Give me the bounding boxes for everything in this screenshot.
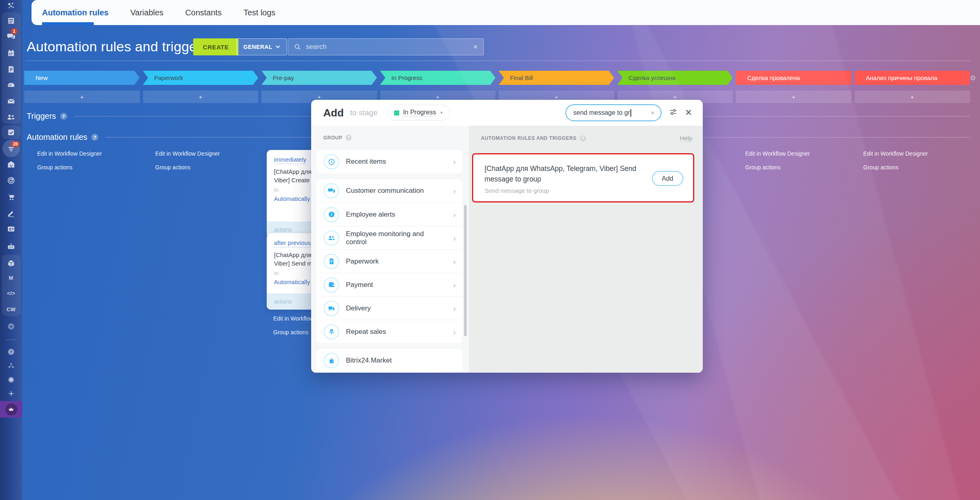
marketing-target-icon[interactable] (0, 175, 22, 185)
crm-funnel-icon[interactable]: 28 (0, 144, 22, 154)
chevron-right-icon: › (453, 281, 456, 289)
add-rule-plus-button[interactable]: + (143, 91, 259, 103)
bitrix24-logo-icon[interactable] (0, 1, 22, 11)
pipeline-selector-button[interactable]: GENERAL (236, 38, 287, 55)
cw-app-icon[interactable]: CW (0, 304, 22, 314)
page-header: Automation rules and triggers CREATE GEN… (0, 25, 980, 61)
header-search-input[interactable] (305, 42, 473, 51)
truck-icon (324, 301, 339, 316)
stages-settings-gear-icon[interactable]: ⚙ (970, 74, 976, 82)
rule-schedule-link[interactable]: immediately (274, 156, 306, 164)
stage-deal-won[interactable]: Сделка успешна (618, 71, 733, 85)
group-card: Customer communication › Employee alerts… (316, 179, 462, 343)
tab-automation-rules[interactable]: Automation rules (42, 8, 108, 17)
market-bag-icon (324, 353, 339, 368)
company-icon[interactable] (0, 159, 22, 169)
modal-header: Add to stage In Progress ▼ send message … (311, 100, 703, 126)
group-list: Recent items › Customer communication › … (316, 150, 462, 373)
tasks-icon[interactable] (0, 127, 22, 137)
help-icon[interactable]: ? (0, 347, 22, 357)
upgrade-plan-row[interactable] (0, 401, 22, 418)
sidebar-divider (6, 340, 17, 340)
calendar-icon[interactable] (0, 48, 22, 58)
invite-nodes-icon[interactable] (0, 361, 22, 370)
stage-chip[interactable]: In Progress ▼ (387, 105, 450, 121)
group-item-repeat-sales[interactable]: Repeat sales › (316, 320, 462, 343)
group-help-icon[interactable]: ? (346, 135, 352, 141)
triggers-help-icon[interactable]: ? (60, 113, 67, 120)
tab-test-logs[interactable]: Test logs (243, 8, 275, 17)
warehouse-box-icon[interactable] (0, 258, 22, 268)
add-rule-plus-button[interactable]: + (855, 91, 970, 103)
crown-icon (5, 403, 17, 416)
results-help-icon[interactable]: ? (580, 135, 586, 141)
sign-icon[interactable] (0, 208, 22, 218)
pipeline-stages: New Paperwork Pre-pay In Progress Final … (24, 71, 970, 85)
group-actions-link[interactable]: Group actions (155, 164, 190, 171)
info-icon (324, 207, 339, 222)
messenger-badge: 1 (11, 28, 17, 34)
rule-schedule-link[interactable]: after previous (274, 239, 311, 247)
create-button[interactable]: CREATE (193, 38, 238, 55)
modal-search-input[interactable]: send message to gr ✕ (565, 104, 662, 121)
automation-rules-help-icon[interactable]: ? (91, 134, 98, 141)
crm-badge: 28 (11, 141, 20, 147)
filter-sliders-icon[interactable] (669, 108, 678, 118)
stage-new[interactable]: New (24, 71, 140, 85)
wallet-icon (324, 277, 339, 293)
group-actions-link[interactable]: Group actions (273, 329, 308, 335)
rest-api-icon[interactable]: </> (0, 288, 22, 298)
stage-final-bill[interactable]: Final Bill (499, 71, 614, 85)
contact-center-icon[interactable] (0, 224, 22, 234)
stage-deal-lost[interactable]: Сделка провалена (736, 71, 851, 85)
modal-search-clear-icon[interactable]: ✕ (651, 110, 655, 116)
automation-robot-icon[interactable] (0, 241, 22, 251)
search-clear-icon[interactable]: ✕ (473, 44, 478, 50)
group-item-bitrix24-market[interactable]: Bitrix24.Market (316, 349, 462, 372)
group-item-paperwork[interactable]: Paperwork › (316, 249, 462, 273)
modal-close-icon[interactable]: ✕ (685, 108, 692, 117)
group-item-employee-monitoring[interactable]: Employee monitoring and control › (316, 226, 462, 249)
group-item-recent-items[interactable]: Recent items › (316, 150, 462, 173)
sales-center-cart-icon[interactable] (0, 192, 22, 202)
edit-workflow-link[interactable]: Edit in Workflow Designer (155, 150, 220, 157)
result-card[interactable]: [ChatApp для WhatsApp, Telegram, Viber] … (472, 153, 694, 203)
group-actions-link[interactable]: Group actions (745, 164, 780, 171)
edit-workflow-link[interactable]: Edit in Workflow Designer (37, 150, 102, 157)
documents-icon[interactable] (0, 64, 22, 74)
modal-results-panel: AUTOMATION RULES AND TRIGGERS ? Help [Ch… (469, 126, 703, 373)
live-feed-icon[interactable] (0, 16, 22, 25)
stage-chip-label: In Progress (403, 109, 436, 117)
edit-workflow-link[interactable]: Edit in Workflow Designer (863, 150, 928, 157)
m-app-icon[interactable]: M (0, 273, 22, 283)
edit-workflow-link[interactable]: Edit in Workflow Designer (745, 150, 810, 157)
modal-group-panel: GROUP ? Recent items › Customer communic… (311, 126, 469, 373)
group-item-employee-alerts[interactable]: Employee alerts › (316, 203, 462, 226)
group-actions-link[interactable]: Group actions (37, 164, 72, 171)
group-list-scrollbar[interactable] (464, 205, 467, 336)
tab-constants[interactable]: Constants (185, 8, 221, 17)
stage-loss-analysis[interactable]: Анализ причины провала (855, 71, 970, 85)
add-plus-icon[interactable] (0, 388, 22, 398)
stage-pre-pay[interactable]: Pre-pay (261, 71, 377, 85)
stage-paperwork[interactable]: Paperwork (143, 71, 259, 85)
add-rule-plus-button[interactable]: + (24, 91, 140, 103)
group-item-customer-communication[interactable]: Customer communication › (316, 179, 462, 203)
header-search-box[interactable]: ✕ (288, 38, 484, 55)
group-actions-link[interactable]: Group actions (863, 164, 898, 171)
messenger-icon[interactable]: 1 (0, 31, 22, 41)
drive-icon[interactable] (0, 80, 22, 90)
left-sidebar: 1 28 M </> CW ? (0, 0, 22, 500)
help-link[interactable]: Help (680, 135, 692, 142)
result-add-button[interactable]: Add (652, 171, 683, 186)
employees-icon[interactable] (0, 112, 22, 122)
group-item-delivery[interactable]: Delivery › (316, 296, 462, 320)
stage-in-progress[interactable]: In Progress (380, 71, 496, 85)
mail-icon[interactable] (0, 96, 22, 106)
tab-variables[interactable]: Variables (130, 8, 163, 17)
collapse-chevron-icon[interactable] (0, 321, 22, 331)
settings-gear-icon[interactable] (0, 375, 22, 384)
group-item-payment[interactable]: Payment › (316, 273, 462, 296)
add-rule-plus-button[interactable]: + (736, 91, 851, 103)
results-panel-header: AUTOMATION RULES AND TRIGGERS ? Help (469, 126, 703, 142)
